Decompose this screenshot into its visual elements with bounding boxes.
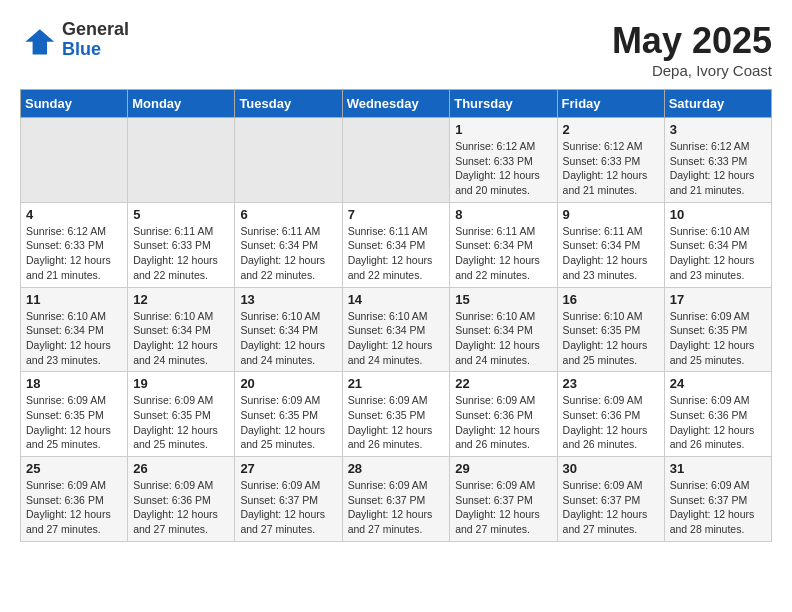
logo-text: General Blue	[62, 20, 129, 60]
calendar-cell: 14Sunrise: 6:10 AM Sunset: 6:34 PM Dayli…	[342, 287, 450, 372]
day-info: Sunrise: 6:10 AM Sunset: 6:35 PM Dayligh…	[563, 309, 659, 368]
calendar-cell	[128, 118, 235, 203]
calendar-cell: 16Sunrise: 6:10 AM Sunset: 6:35 PM Dayli…	[557, 287, 664, 372]
calendar-cell: 9Sunrise: 6:11 AM Sunset: 6:34 PM Daylig…	[557, 202, 664, 287]
day-info: Sunrise: 6:12 AM Sunset: 6:33 PM Dayligh…	[26, 224, 122, 283]
day-number: 24	[670, 376, 766, 391]
day-info: Sunrise: 6:12 AM Sunset: 6:33 PM Dayligh…	[670, 139, 766, 198]
calendar-cell: 10Sunrise: 6:10 AM Sunset: 6:34 PM Dayli…	[664, 202, 771, 287]
day-info: Sunrise: 6:09 AM Sunset: 6:37 PM Dayligh…	[240, 478, 336, 537]
day-info: Sunrise: 6:10 AM Sunset: 6:34 PM Dayligh…	[240, 309, 336, 368]
day-info: Sunrise: 6:10 AM Sunset: 6:34 PM Dayligh…	[26, 309, 122, 368]
day-info: Sunrise: 6:11 AM Sunset: 6:34 PM Dayligh…	[455, 224, 551, 283]
day-info: Sunrise: 6:09 AM Sunset: 6:37 PM Dayligh…	[563, 478, 659, 537]
calendar-cell: 28Sunrise: 6:09 AM Sunset: 6:37 PM Dayli…	[342, 457, 450, 542]
day-info: Sunrise: 6:09 AM Sunset: 6:37 PM Dayligh…	[348, 478, 445, 537]
calendar-cell: 15Sunrise: 6:10 AM Sunset: 6:34 PM Dayli…	[450, 287, 557, 372]
logo: General Blue	[20, 20, 129, 60]
calendar-cell: 13Sunrise: 6:10 AM Sunset: 6:34 PM Dayli…	[235, 287, 342, 372]
calendar-cell: 30Sunrise: 6:09 AM Sunset: 6:37 PM Dayli…	[557, 457, 664, 542]
calendar-cell: 4Sunrise: 6:12 AM Sunset: 6:33 PM Daylig…	[21, 202, 128, 287]
calendar-cell: 5Sunrise: 6:11 AM Sunset: 6:33 PM Daylig…	[128, 202, 235, 287]
day-number: 6	[240, 207, 336, 222]
calendar-cell: 25Sunrise: 6:09 AM Sunset: 6:36 PM Dayli…	[21, 457, 128, 542]
day-info: Sunrise: 6:09 AM Sunset: 6:37 PM Dayligh…	[670, 478, 766, 537]
calendar-cell: 11Sunrise: 6:10 AM Sunset: 6:34 PM Dayli…	[21, 287, 128, 372]
day-info: Sunrise: 6:09 AM Sunset: 6:37 PM Dayligh…	[455, 478, 551, 537]
day-number: 20	[240, 376, 336, 391]
day-number: 17	[670, 292, 766, 307]
day-info: Sunrise: 6:09 AM Sunset: 6:35 PM Dayligh…	[26, 393, 122, 452]
calendar-cell	[342, 118, 450, 203]
day-number: 25	[26, 461, 122, 476]
day-number: 31	[670, 461, 766, 476]
week-row-3: 11Sunrise: 6:10 AM Sunset: 6:34 PM Dayli…	[21, 287, 772, 372]
day-number: 2	[563, 122, 659, 137]
day-number: 15	[455, 292, 551, 307]
day-info: Sunrise: 6:09 AM Sunset: 6:35 PM Dayligh…	[670, 309, 766, 368]
calendar-cell: 12Sunrise: 6:10 AM Sunset: 6:34 PM Dayli…	[128, 287, 235, 372]
day-header-sunday: Sunday	[21, 90, 128, 118]
calendar-cell: 24Sunrise: 6:09 AM Sunset: 6:36 PM Dayli…	[664, 372, 771, 457]
day-info: Sunrise: 6:12 AM Sunset: 6:33 PM Dayligh…	[563, 139, 659, 198]
calendar-cell: 19Sunrise: 6:09 AM Sunset: 6:35 PM Dayli…	[128, 372, 235, 457]
day-number: 26	[133, 461, 229, 476]
page-header: General Blue May 2025 Depa, Ivory Coast	[20, 20, 772, 79]
day-info: Sunrise: 6:12 AM Sunset: 6:33 PM Dayligh…	[455, 139, 551, 198]
day-info: Sunrise: 6:11 AM Sunset: 6:34 PM Dayligh…	[348, 224, 445, 283]
calendar-cell: 26Sunrise: 6:09 AM Sunset: 6:36 PM Dayli…	[128, 457, 235, 542]
day-number: 18	[26, 376, 122, 391]
day-number: 11	[26, 292, 122, 307]
day-number: 8	[455, 207, 551, 222]
calendar-cell: 3Sunrise: 6:12 AM Sunset: 6:33 PM Daylig…	[664, 118, 771, 203]
day-number: 16	[563, 292, 659, 307]
calendar-cell: 21Sunrise: 6:09 AM Sunset: 6:35 PM Dayli…	[342, 372, 450, 457]
day-number: 27	[240, 461, 336, 476]
day-header-monday: Monday	[128, 90, 235, 118]
week-row-2: 4Sunrise: 6:12 AM Sunset: 6:33 PM Daylig…	[21, 202, 772, 287]
day-info: Sunrise: 6:10 AM Sunset: 6:34 PM Dayligh…	[133, 309, 229, 368]
week-row-5: 25Sunrise: 6:09 AM Sunset: 6:36 PM Dayli…	[21, 457, 772, 542]
day-info: Sunrise: 6:09 AM Sunset: 6:35 PM Dayligh…	[133, 393, 229, 452]
calendar-cell: 20Sunrise: 6:09 AM Sunset: 6:35 PM Dayli…	[235, 372, 342, 457]
calendar-cell	[21, 118, 128, 203]
calendar-cell: 18Sunrise: 6:09 AM Sunset: 6:35 PM Dayli…	[21, 372, 128, 457]
week-row-1: 1Sunrise: 6:12 AM Sunset: 6:33 PM Daylig…	[21, 118, 772, 203]
calendar-cell: 27Sunrise: 6:09 AM Sunset: 6:37 PM Dayli…	[235, 457, 342, 542]
day-number: 28	[348, 461, 445, 476]
calendar-cell	[235, 118, 342, 203]
day-header-friday: Friday	[557, 90, 664, 118]
day-number: 1	[455, 122, 551, 137]
day-header-saturday: Saturday	[664, 90, 771, 118]
calendar-cell: 29Sunrise: 6:09 AM Sunset: 6:37 PM Dayli…	[450, 457, 557, 542]
day-header-wednesday: Wednesday	[342, 90, 450, 118]
calendar-cell: 8Sunrise: 6:11 AM Sunset: 6:34 PM Daylig…	[450, 202, 557, 287]
day-info: Sunrise: 6:09 AM Sunset: 6:36 PM Dayligh…	[133, 478, 229, 537]
day-number: 21	[348, 376, 445, 391]
day-info: Sunrise: 6:10 AM Sunset: 6:34 PM Dayligh…	[670, 224, 766, 283]
day-info: Sunrise: 6:10 AM Sunset: 6:34 PM Dayligh…	[348, 309, 445, 368]
calendar-body: 1Sunrise: 6:12 AM Sunset: 6:33 PM Daylig…	[21, 118, 772, 542]
day-info: Sunrise: 6:11 AM Sunset: 6:33 PM Dayligh…	[133, 224, 229, 283]
week-row-4: 18Sunrise: 6:09 AM Sunset: 6:35 PM Dayli…	[21, 372, 772, 457]
day-number: 29	[455, 461, 551, 476]
location: Depa, Ivory Coast	[612, 62, 772, 79]
day-number: 12	[133, 292, 229, 307]
calendar-cell: 6Sunrise: 6:11 AM Sunset: 6:34 PM Daylig…	[235, 202, 342, 287]
calendar-header-row: SundayMondayTuesdayWednesdayThursdayFrid…	[21, 90, 772, 118]
day-info: Sunrise: 6:11 AM Sunset: 6:34 PM Dayligh…	[240, 224, 336, 283]
day-number: 22	[455, 376, 551, 391]
month-title: May 2025	[612, 20, 772, 62]
title-section: May 2025 Depa, Ivory Coast	[612, 20, 772, 79]
day-number: 30	[563, 461, 659, 476]
day-header-thursday: Thursday	[450, 90, 557, 118]
day-number: 19	[133, 376, 229, 391]
day-info: Sunrise: 6:10 AM Sunset: 6:34 PM Dayligh…	[455, 309, 551, 368]
day-number: 13	[240, 292, 336, 307]
calendar-cell: 1Sunrise: 6:12 AM Sunset: 6:33 PM Daylig…	[450, 118, 557, 203]
day-info: Sunrise: 6:09 AM Sunset: 6:36 PM Dayligh…	[455, 393, 551, 452]
day-number: 3	[670, 122, 766, 137]
logo-icon	[20, 22, 56, 58]
day-number: 9	[563, 207, 659, 222]
calendar-cell: 7Sunrise: 6:11 AM Sunset: 6:34 PM Daylig…	[342, 202, 450, 287]
